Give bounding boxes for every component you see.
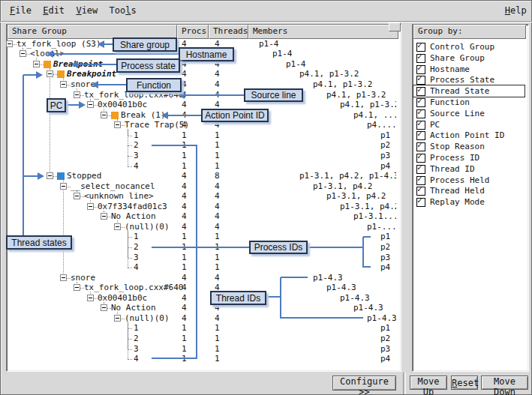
- checkbox-checked[interactable]: ✓: [416, 198, 425, 207]
- tree-node-label[interactable]: snore: [71, 273, 95, 283]
- tree-expander[interactable]: [101, 304, 107, 311]
- checkbox-checked[interactable]: ✓: [416, 54, 425, 63]
- tree-expander[interactable]: [60, 81, 67, 88]
- tree-row[interactable]: 0x00401b0c44p1-4.3: [7, 293, 396, 304]
- tree-node-label[interactable]: 3: [134, 344, 139, 355]
- move-down-button[interactable]: Move Down: [481, 376, 528, 390]
- tree-node-label[interactable]: (null)(0): [125, 313, 170, 324]
- tree-row[interactable]: 211p2: [7, 140, 396, 151]
- tree-node-label[interactable]: 0x00401b0c: [98, 100, 147, 110]
- tree-row[interactable]: (null)(0)44p1-...: [7, 222, 396, 232]
- menu-file[interactable]: File: [10, 5, 32, 16]
- checkbox-checked[interactable]: ✓: [416, 109, 425, 118]
- menu-help[interactable]: Help: [505, 5, 527, 16]
- checkbox-checked[interactable]: ✓: [416, 131, 425, 140]
- group-by-item-thread-held[interactable]: ✓Thread Held: [413, 185, 524, 196]
- tree-row[interactable]: 411p4: [7, 262, 396, 273]
- checkbox-checked[interactable]: ✓: [416, 87, 425, 96]
- tree-row[interactable]: 211p2: [7, 334, 396, 344]
- tree-node-label[interactable]: __select_nocancel: [71, 181, 155, 192]
- tree-node-label[interactable]: 2: [134, 242, 139, 253]
- tree-node-label[interactable]: 2: [134, 140, 139, 151]
- tree-node-label[interactable]: 1: [134, 323, 139, 334]
- reset-button[interactable]: Reset: [451, 376, 478, 390]
- group-by-item-action-point-id[interactable]: ✓Action Point ID: [413, 130, 524, 141]
- checkbox-checked[interactable]: ✓: [416, 43, 425, 52]
- tree-row[interactable]: __select_nocancel44p1-3.1, p4.2: [7, 181, 396, 192]
- tree-node-label[interactable]: No Action: [111, 303, 156, 313]
- checkbox-checked[interactable]: ✓: [416, 98, 425, 107]
- menu-tools[interactable]: Tools: [110, 5, 137, 16]
- group-by-item-thread-state[interactable]: ✓Thread State: [413, 85, 524, 97]
- tree-row[interactable]: No Action44p1-3.1...: [7, 211, 396, 222]
- tree-node-label[interactable]: Trace Trap(5): [125, 120, 189, 130]
- group-by-item-control-group[interactable]: ✓Control Group: [413, 41, 524, 52]
- tree-node-label[interactable]: No Action: [111, 211, 156, 222]
- tree-expander[interactable]: [87, 203, 94, 210]
- checkbox-checked[interactable]: ✓: [416, 76, 425, 85]
- checkbox-checked[interactable]: ✓: [416, 187, 425, 196]
- tree-row[interactable]: 411p4: [7, 354, 396, 364]
- group-by-item-process-state[interactable]: ✓Process State: [413, 74, 524, 85]
- tree-node-label[interactable]: 4: [134, 161, 139, 172]
- tree-row[interactable]: 111p1: [7, 130, 396, 141]
- tree-node-label[interactable]: 3: [134, 253, 139, 263]
- tree-expander[interactable]: [101, 213, 107, 220]
- tree-node-label[interactable]: Break (1): [121, 110, 166, 121]
- tree-node-label[interactable]: 0x00401b0c: [98, 293, 147, 304]
- tree-expander[interactable]: [74, 284, 80, 291]
- group-by-item-process-held[interactable]: ✓Process Held: [413, 175, 524, 186]
- tree-node-label[interactable]: 1: [134, 232, 139, 242]
- splitter-grip[interactable]: [389, 22, 401, 31]
- tree-node-label[interactable]: 0x7f334fad01c3: [98, 202, 167, 212]
- tree-expander[interactable]: [20, 50, 26, 57]
- tree-row[interactable]: tx_fork_loop.cxx#64044p1-4.3: [7, 283, 396, 293]
- menu-edit[interactable]: Edit: [43, 5, 65, 16]
- column-header-members[interactable]: Members: [248, 25, 398, 39]
- tree-expander[interactable]: [47, 172, 53, 179]
- tree-row[interactable]: snore44p4.1, p1-3.2: [7, 79, 396, 90]
- tree-expander[interactable]: [33, 61, 40, 67]
- tree-node-label[interactable]: <unknown line>: [84, 191, 154, 202]
- group-by-item-share-group[interactable]: ✓Share Group: [413, 52, 524, 64]
- tree-expander[interactable]: [101, 112, 107, 118]
- group-by-item-hostname[interactable]: ✓Hostname: [413, 64, 524, 75]
- tree-row[interactable]: <unknown line>44p1-3.1, p4.2: [7, 191, 396, 202]
- tree-expander[interactable]: [60, 183, 67, 190]
- group-by-item-thread-id[interactable]: ✓Thread ID: [413, 163, 524, 175]
- tree-expander[interactable]: [114, 223, 121, 230]
- group-by-item-source-line[interactable]: ✓Source Line: [413, 108, 524, 119]
- tree-row[interactable]: (null)(0)44p1-4.3: [7, 313, 396, 324]
- move-up-button[interactable]: Move Up: [410, 376, 447, 390]
- tree-row[interactable]: Stopped48p1-3.1, p4.2, p1-4.3: [7, 171, 396, 181]
- tree-node-label[interactable]: 4: [134, 262, 139, 273]
- tree-expander[interactable]: [60, 274, 67, 281]
- configure-button[interactable]: Configure >>: [332, 376, 396, 391]
- tree-row[interactable]: Breakpoint44p4.1, p1-3.2: [7, 69, 396, 79]
- checkbox-checked[interactable]: ✓: [416, 165, 425, 174]
- group-by-item-process-id[interactable]: ✓Process ID: [413, 152, 524, 163]
- tree-row[interactable]: 111p1: [7, 323, 396, 334]
- tree-expander[interactable]: [7, 40, 13, 47]
- tree-expander[interactable]: [114, 315, 121, 322]
- tree-node-label[interactable]: tx_fork_loop (S3): [17, 39, 101, 49]
- column-header-threads[interactable]: Threads: [209, 25, 248, 39]
- tree-expander[interactable]: [87, 295, 94, 301]
- tree-row[interactable]: 311p3: [7, 151, 396, 161]
- tree-row[interactable]: 411p4: [7, 161, 396, 172]
- tree-node-label[interactable]: (null)(0): [125, 222, 170, 232]
- tree-node-label[interactable]: tx_fork_loop.cxx#640: [84, 283, 183, 293]
- tree-row[interactable]: snore44p1-4.3: [7, 273, 396, 283]
- tree-row[interactable]: 311p3: [7, 253, 396, 263]
- group-by-item-replay-mode[interactable]: ✓Replay Mode: [413, 196, 524, 208]
- group-by-item-pc[interactable]: ✓PC: [413, 119, 524, 130]
- tree-expander[interactable]: [114, 121, 121, 128]
- tree-row[interactable]: 0x7f334fad01c344p1-3.1, p4.2: [7, 202, 396, 212]
- tree-node-label[interactable]: Breakpoint: [67, 69, 116, 79]
- tree-row[interactable]: 311p3: [7, 344, 396, 355]
- menu-view[interactable]: View: [76, 5, 98, 16]
- tree-node-label[interactable]: 4: [134, 354, 139, 364]
- tree-node-label[interactable]: 2: [134, 334, 139, 344]
- tree-node-label[interactable]: Stopped: [67, 171, 101, 181]
- tree-node-label[interactable]: 3: [134, 151, 139, 161]
